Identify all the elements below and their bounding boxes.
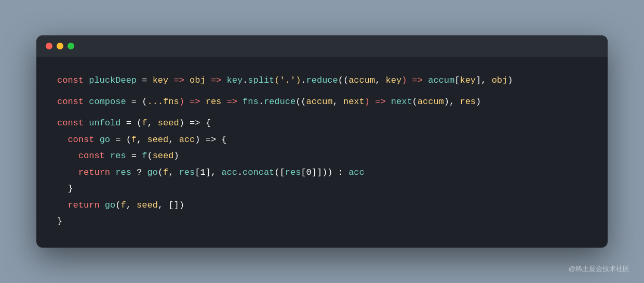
code-token: unfold xyxy=(89,118,120,128)
code-token: = ( xyxy=(110,135,131,145)
code-token: seed xyxy=(137,200,158,210)
code-token: res xyxy=(206,97,222,107)
code-token: acc xyxy=(348,168,365,177)
code-token: seed xyxy=(158,118,179,128)
code-token: res xyxy=(179,168,195,177)
code-line: const unfold = (f, seed) => { xyxy=(57,115,587,131)
close-button[interactable] xyxy=(46,43,52,49)
code-token: f xyxy=(163,168,168,177)
code-token: = xyxy=(126,151,142,161)
code-token: reduce xyxy=(306,75,338,85)
code-token: go xyxy=(100,135,110,145)
code-token: [ xyxy=(454,75,460,85)
code-token: ], xyxy=(476,75,492,85)
code-token: key xyxy=(153,75,169,85)
code-token: => xyxy=(168,75,190,85)
code-token: next xyxy=(391,97,412,107)
code-token: => xyxy=(221,97,243,107)
code-token: } xyxy=(57,184,73,194)
code-token: compose xyxy=(89,97,126,107)
code-token: accum xyxy=(418,97,444,107)
code-line: const compose = (...fns) => res => fns.r… xyxy=(57,94,587,110)
code-token: = ( xyxy=(120,118,142,128)
code-token xyxy=(57,200,68,210)
code-line: return go(f, seed, []) xyxy=(57,197,587,213)
code-token: seed xyxy=(147,135,168,145)
code-token: f xyxy=(131,135,137,145)
code-token: . xyxy=(259,97,264,107)
code-token: . xyxy=(237,168,243,177)
code-token: ) => xyxy=(179,97,206,107)
code-token: key xyxy=(460,75,476,85)
code-token: accum xyxy=(306,97,333,107)
code-token: ) => xyxy=(401,75,428,85)
code-token: , xyxy=(375,75,385,85)
code-token: concat xyxy=(243,168,274,177)
code-token: ) => xyxy=(365,97,391,107)
code-token: ) xyxy=(476,97,481,107)
code-editor: const pluckDeep = key => obj => key.spli… xyxy=(36,57,608,248)
code-token xyxy=(57,168,78,177)
code-window: const pluckDeep = key => obj => key.spli… xyxy=(36,35,608,248)
code-token: , xyxy=(147,118,157,128)
code-token: . xyxy=(301,75,306,85)
code-token: f xyxy=(142,151,147,161)
code-token: ])) : xyxy=(317,168,348,177)
code-token: reduce xyxy=(264,97,296,107)
code-token: (( xyxy=(338,75,348,85)
page-container: const pluckDeep = key => obj => key.spli… xyxy=(0,0,644,283)
code-token: accum xyxy=(428,75,454,85)
code-token: . xyxy=(243,75,248,85)
code-line: return res ? go(f, res[1], acc.concat([r… xyxy=(57,164,587,181)
code-token: , xyxy=(168,135,179,145)
code-line: const go = (f, seed, acc) => { xyxy=(57,132,587,148)
code-token: res xyxy=(115,168,131,177)
code-token: ( xyxy=(158,168,163,177)
title-bar xyxy=(36,35,608,57)
code-token: ), xyxy=(444,97,460,107)
code-token: res xyxy=(460,97,476,107)
code-token: ) => { xyxy=(179,118,211,128)
code-token: (( xyxy=(296,97,306,107)
code-line: } xyxy=(57,213,587,229)
code-token: ([ xyxy=(274,168,285,177)
code-token: => xyxy=(206,75,227,85)
code-token: ('.') xyxy=(274,75,301,85)
code-token: const xyxy=(57,75,89,85)
code-token: ) xyxy=(173,151,179,161)
code-token: } xyxy=(57,216,62,226)
code-token: go xyxy=(147,168,157,177)
code-token: pluckDeep xyxy=(89,75,137,85)
code-token: [1], xyxy=(195,168,221,177)
minimize-button[interactable] xyxy=(57,43,63,49)
code-token: res xyxy=(285,168,301,177)
code-token: = ( xyxy=(126,97,147,107)
code-token: obj xyxy=(190,75,206,85)
code-blank-line xyxy=(57,88,587,94)
code-line: const pluckDeep = key => obj => key.spli… xyxy=(57,72,587,88)
code-token: obj xyxy=(492,75,508,85)
code-token: key xyxy=(386,75,402,85)
code-token: const xyxy=(78,151,110,161)
code-token: const xyxy=(57,118,89,128)
code-token: return xyxy=(78,168,115,177)
code-token: f xyxy=(120,200,126,210)
code-token: split xyxy=(248,75,274,85)
code-blank-line xyxy=(57,110,587,115)
code-token: ? xyxy=(131,168,147,177)
code-token: = xyxy=(137,75,153,85)
code-token: fns xyxy=(243,97,259,107)
code-line: const res = f(seed) xyxy=(57,148,587,164)
code-token: , xyxy=(126,200,137,210)
code-token: key xyxy=(227,75,243,85)
code-token: ) => { xyxy=(195,135,226,145)
maximize-button[interactable] xyxy=(68,43,74,49)
code-line: } xyxy=(57,181,587,197)
code-token: ( xyxy=(115,200,120,210)
code-token: ) xyxy=(507,75,513,85)
code-token: acc xyxy=(179,135,195,145)
code-token: ( xyxy=(412,97,418,107)
code-token: acc xyxy=(221,168,237,177)
code-token: , xyxy=(168,168,179,177)
code-token: ( xyxy=(147,151,152,161)
